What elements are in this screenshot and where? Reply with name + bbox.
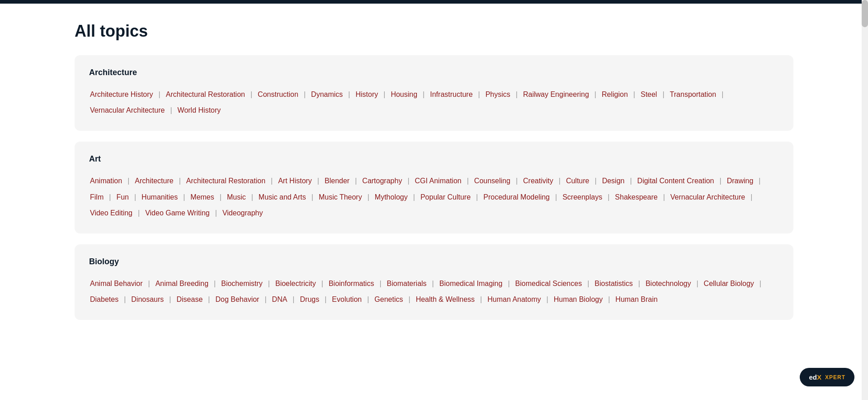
- topic-separator: |: [304, 86, 306, 102]
- topic-link[interactable]: Screenplays: [561, 189, 603, 205]
- topic-separator: |: [760, 276, 761, 291]
- topic-link[interactable]: Biomaterials: [386, 276, 428, 291]
- topic-link[interactable]: Music and Arts: [258, 189, 307, 205]
- topic-link[interactable]: Health & Wellness: [415, 291, 476, 307]
- topic-separator: |: [432, 276, 434, 291]
- topic-link[interactable]: Biomedical Imaging: [439, 276, 504, 291]
- topic-separator: |: [638, 276, 640, 291]
- topic-separator: |: [379, 276, 381, 291]
- topic-link[interactable]: Dynamics: [310, 86, 344, 102]
- topic-link[interactable]: Bioinformatics: [328, 276, 375, 291]
- topic-link[interactable]: Disease: [176, 291, 204, 307]
- topic-links: Animal Behavior|Animal Breeding|Biochemi…: [89, 276, 779, 307]
- topic-separator: |: [516, 86, 518, 102]
- scrollbar-track[interactable]: [862, 0, 868, 400]
- topic-link[interactable]: Biotechnology: [645, 276, 692, 291]
- topic-link[interactable]: Infrastructure: [429, 86, 473, 102]
- topic-link[interactable]: Popular Culture: [420, 189, 472, 205]
- topic-separator: |: [719, 173, 721, 189]
- topic-link[interactable]: World History: [177, 102, 222, 118]
- topic-link[interactable]: Railway Engineering: [522, 86, 590, 102]
- topic-separator: |: [594, 173, 596, 189]
- topic-separator: |: [722, 86, 723, 102]
- topic-link[interactable]: Memes: [189, 189, 215, 205]
- topic-link[interactable]: Dinosaurs: [130, 291, 165, 307]
- edx-x-letter: X: [817, 373, 821, 381]
- topic-link[interactable]: Drugs: [299, 291, 321, 307]
- topic-link[interactable]: Design: [601, 173, 626, 189]
- topic-link[interactable]: Vernacular Architecture: [670, 189, 746, 205]
- topic-link[interactable]: History: [354, 86, 379, 102]
- topic-link[interactable]: Religion: [601, 86, 629, 102]
- topic-link[interactable]: Blender: [324, 173, 350, 189]
- topic-separator: |: [148, 276, 150, 291]
- topic-link[interactable]: Architecture: [134, 173, 174, 189]
- topic-link[interactable]: Physics: [485, 86, 511, 102]
- topic-link[interactable]: Steel: [640, 86, 658, 102]
- topic-link[interactable]: Construction: [257, 86, 299, 102]
- main-content: All topics ArchitectureArchitecture Hist…: [0, 4, 868, 349]
- topic-link[interactable]: Drawing: [726, 173, 755, 189]
- topic-separator: |: [317, 173, 319, 189]
- topic-link[interactable]: Procedural Modeling: [482, 189, 551, 205]
- topic-link[interactable]: Animal Breeding: [155, 276, 209, 291]
- topic-link[interactable]: Biochemistry: [220, 276, 264, 291]
- topic-link[interactable]: Counseling: [473, 173, 511, 189]
- topic-link[interactable]: Digital Content Creation: [637, 173, 715, 189]
- topic-link[interactable]: Video Game Writing: [144, 205, 211, 221]
- topic-separator: |: [355, 173, 357, 189]
- topic-separator: |: [516, 173, 518, 189]
- topic-link[interactable]: Human Anatomy: [486, 291, 542, 307]
- edx-logo: edX: [809, 373, 821, 381]
- topic-link[interactable]: Architecture History: [89, 86, 154, 102]
- topic-link[interactable]: Videography: [222, 205, 264, 221]
- topic-link[interactable]: DNA: [271, 291, 288, 307]
- topic-link[interactable]: Biostatistics: [594, 276, 633, 291]
- topic-separator: |: [594, 86, 596, 102]
- topic-separator: |: [367, 291, 369, 307]
- topic-link[interactable]: Fun: [115, 189, 130, 205]
- topic-link[interactable]: Human Brain: [614, 291, 658, 307]
- topic-link[interactable]: Cellular Biology: [703, 276, 755, 291]
- topic-link[interactable]: Vernacular Architecture: [89, 102, 165, 118]
- topic-link[interactable]: Cartography: [361, 173, 403, 189]
- category-heading: Biology: [89, 257, 779, 267]
- topic-link[interactable]: Evolution: [331, 291, 363, 307]
- topic-link[interactable]: Transportation: [669, 86, 717, 102]
- topic-link[interactable]: Housing: [390, 86, 418, 102]
- topic-link[interactable]: Diabetes: [89, 291, 119, 307]
- topic-link[interactable]: Human Biology: [553, 291, 604, 307]
- topic-link[interactable]: Bioelectricity: [274, 276, 317, 291]
- edx-badge[interactable]: edX XPERT: [800, 368, 854, 386]
- topic-link[interactable]: Video Editing: [89, 205, 133, 221]
- topic-separator: |: [268, 276, 270, 291]
- scrollbar-thumb[interactable]: [862, 0, 868, 27]
- topic-separator: |: [478, 86, 480, 102]
- topic-card-architecture: ArchitectureArchitecture History|Archite…: [75, 55, 793, 131]
- topic-link[interactable]: Mythology: [374, 189, 409, 205]
- topic-separator: |: [170, 102, 172, 118]
- topic-link[interactable]: Creativity: [522, 173, 554, 189]
- topic-link[interactable]: Humanities: [141, 189, 179, 205]
- topic-separator: |: [127, 173, 129, 189]
- topic-separator: |: [696, 276, 698, 291]
- topic-link[interactable]: Animation: [89, 173, 123, 189]
- topic-separator: |: [663, 189, 665, 205]
- topic-link[interactable]: Film: [89, 189, 104, 205]
- topic-link[interactable]: Music Theory: [318, 189, 363, 205]
- topic-link[interactable]: Architectural Restoration: [165, 86, 246, 102]
- topic-card-art: ArtAnimation|Architecture|Architectural …: [75, 142, 793, 233]
- topic-separator: |: [271, 173, 273, 189]
- topic-link[interactable]: Architectural Restoration: [185, 173, 266, 189]
- topic-link[interactable]: Biomedical Sciences: [514, 276, 583, 291]
- topic-link[interactable]: Music: [226, 189, 247, 205]
- topic-link[interactable]: Shakespeare: [614, 189, 658, 205]
- topic-link[interactable]: Culture: [565, 173, 590, 189]
- topic-link[interactable]: CGI Animation: [414, 173, 462, 189]
- topic-link[interactable]: Genetics: [373, 291, 404, 307]
- topic-link[interactable]: Art History: [277, 173, 313, 189]
- topic-separator: |: [608, 189, 609, 205]
- topic-link[interactable]: Animal Behavior: [89, 276, 144, 291]
- topic-link[interactable]: Dog Behavior: [214, 291, 260, 307]
- topic-separator: |: [183, 189, 185, 205]
